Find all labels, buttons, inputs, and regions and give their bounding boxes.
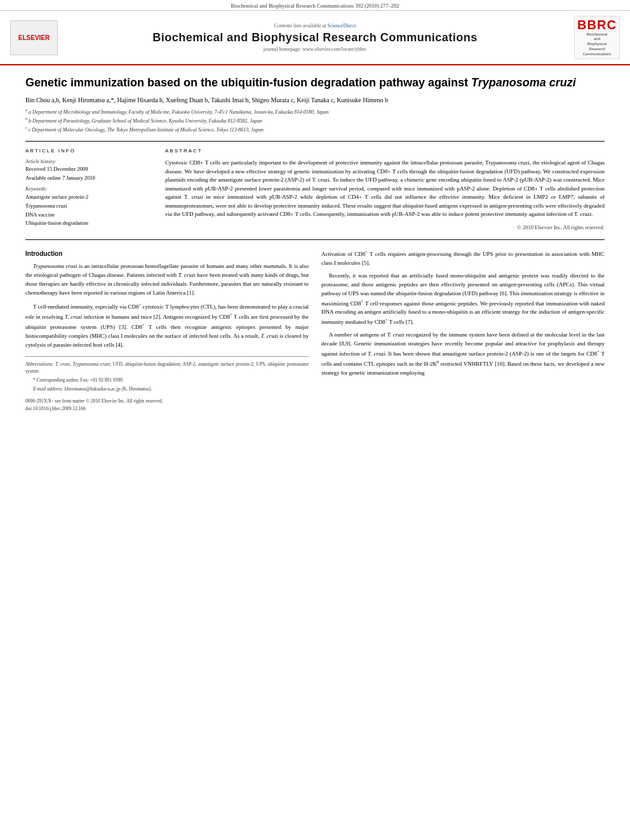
abbreviations-note: Abbreviations: T. cruzi, Trypanosoma cru… (25, 361, 309, 375)
article-info-label: ARTICLE INFO (25, 148, 152, 154)
journal-citation-text: Biochemical and Biophysical Research Com… (231, 3, 399, 9)
journal-header: ELSEVIER Contents lists available at Sci… (0, 11, 630, 65)
main-content: Genetic immunization based on the ubiqui… (0, 65, 630, 423)
affiliation-c: c c Department of Molecular Oncology, Th… (25, 125, 605, 134)
sciencedirect-link[interactable]: ScienceDirect (328, 23, 356, 29)
body-text-columns: Introduction Trypanosoma cruzi is an int… (25, 249, 605, 413)
keywords-list: Amastigote surface protein-2 Trypanosoma… (25, 193, 152, 227)
body-left-column: Introduction Trypanosoma cruzi is an int… (25, 249, 309, 413)
body-paragraph-1: Trypanosoma cruzi is an intracellular pr… (25, 262, 309, 298)
journal-citation-bar: Biochemical and Biophysical Research Com… (0, 0, 630, 11)
keyword-4: Ubiquitin-fusion degradation (25, 219, 152, 228)
sciencedirect-line: Contents lists available at ScienceDirec… (61, 23, 569, 29)
introduction-heading: Introduction (25, 249, 309, 259)
bbrc-logo: BBRC BiochemicalandBiophysicalResearchCo… (574, 16, 620, 59)
article-title: Genetic immunization based on the ubiqui… (25, 76, 605, 90)
body-right-paragraph-3: A number of antigens of T. cruzi recogni… (321, 331, 605, 378)
email-note: E-mail address: khiromatsu@fukuoka-u.ac.… (25, 385, 309, 393)
keyword-3: DNA vaccine (25, 211, 152, 220)
footer-notes: Abbreviations: T. cruzi, Trypanosoma cru… (25, 356, 309, 393)
keyword-2: Trypanosoma cruzi (25, 202, 152, 211)
body-right-paragraph-2: Recently, it was reported that an artifi… (321, 272, 605, 328)
content-divider (25, 239, 605, 240)
corresponding-author-note: * Corresponding author. Fax: +81 92 801 … (25, 377, 309, 384)
body-right-column: Activation of CD8+ T cells requires anti… (321, 249, 605, 413)
available-date: Available online 7 January 2010 (25, 175, 152, 181)
journal-title: Biochemical and Biophysical Research Com… (61, 31, 569, 44)
bbrc-letters: BBRC (577, 18, 617, 31)
keywords-label: Keywords: (25, 186, 152, 192)
article-info-abstract-section: ARTICLE INFO Article history: Received 1… (25, 141, 605, 230)
journal-title-area: Contents lists available at ScienceDirec… (61, 23, 569, 52)
affiliation-a: a a Department of Microbiology and Immun… (25, 107, 605, 116)
abstract-label: ABSTRACT (165, 148, 605, 154)
elsevier-logo-area: ELSEVIER (10, 20, 61, 55)
bbrc-subtitle: BiochemicalandBiophysicalResearchCommuni… (583, 32, 612, 57)
affiliation-b: b b Department of Parasitology, Graduate… (25, 116, 605, 125)
authors-line: Bin Chou a,b, Kenji Hiromatsu a,*, Hajim… (25, 97, 605, 103)
copyright-notice: © 2010 Elsevier Inc. All rights reserved… (165, 224, 605, 230)
keyword-1: Amastigote surface protein-2 (25, 193, 152, 202)
elsevier-logo: ELSEVIER (10, 20, 58, 55)
body-right-paragraph-1: Activation of CD8+ T cells requires anti… (321, 249, 605, 268)
received-date: Received 15 December 2009 (25, 166, 152, 172)
body-paragraph-2: T cell-mediated immunity, especially via… (25, 302, 309, 350)
issn-line: 0006-291X/$ - see front matter © 2010 El… (25, 397, 163, 412)
article-info-column: ARTICLE INFO Article history: Received 1… (25, 148, 152, 230)
affiliations: a a Department of Microbiology and Immun… (25, 107, 605, 133)
abstract-text: Cytotoxic CD8+ T cells are particularly … (165, 159, 605, 219)
journal-homepage: journal homepage: www.elsevier.com/locat… (61, 46, 569, 52)
article-history-label: Article history: (25, 159, 152, 164)
abstract-column: ABSTRACT Cytotoxic CD8+ T cells are part… (165, 148, 605, 230)
footer-bottom: 0006-291X/$ - see front matter © 2010 El… (25, 397, 309, 412)
bbrc-logo-area: BBRC BiochemicalandBiophysicalResearchCo… (569, 16, 620, 59)
